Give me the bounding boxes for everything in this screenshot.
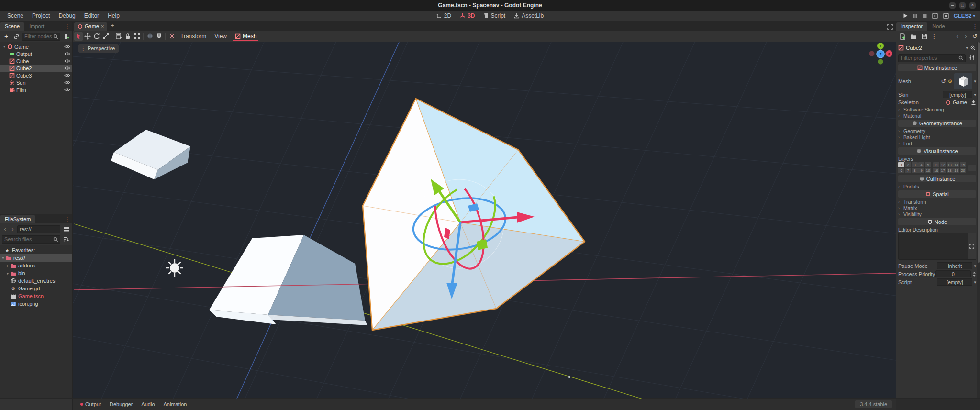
group-visibility[interactable]: › Visibility xyxy=(898,211,976,217)
skeleton-assign-icon[interactable] xyxy=(971,100,976,105)
output-panel-button[interactable]: Output xyxy=(77,400,105,408)
minimize-button[interactable]: – xyxy=(949,2,956,9)
3d-viewport[interactable]: Y X Z ⋮ Perspective xyxy=(73,42,896,398)
distraction-free-button[interactable] xyxy=(884,24,896,31)
fs-row-file[interactable]: default_env.tres xyxy=(0,277,72,285)
pause-mode-dropdown[interactable]: Inherit xyxy=(937,262,972,269)
layer-cell[interactable]: 3 xyxy=(912,162,918,167)
section-header-geometryinstance[interactable]: GeometryInstance xyxy=(898,120,976,127)
editor-description-textarea[interactable] xyxy=(899,233,976,259)
open-docs-icon[interactable] xyxy=(970,45,976,51)
group-transform[interactable]: › Transform xyxy=(898,199,976,205)
history-forward-button[interactable]: › xyxy=(963,32,969,41)
axis-ball-neg-x[interactable] xyxy=(869,51,875,56)
nav-forward-button[interactable]: › xyxy=(10,225,16,233)
close-tab-icon[interactable]: × xyxy=(101,23,104,29)
audio-panel-button[interactable]: Audio xyxy=(137,400,158,408)
axis-nav-gizmo[interactable]: Y X Z xyxy=(869,43,893,65)
group-portals[interactable]: › Portals xyxy=(898,183,976,189)
visibility-eye-icon[interactable] xyxy=(64,52,70,56)
layer-cell[interactable]: 11 xyxy=(933,162,939,167)
pause-mode-caret-icon[interactable]: ▾ xyxy=(974,264,976,268)
layer-cell[interactable]: 16 xyxy=(933,168,939,173)
tree-row[interactable]: Output xyxy=(0,50,72,57)
revert-icon[interactable]: ↺ xyxy=(941,78,946,85)
tab-inspector[interactable]: Inspector xyxy=(896,22,927,31)
layer-cell[interactable]: 5 xyxy=(925,162,931,167)
list-select-tool-button[interactable] xyxy=(114,32,123,41)
cube-medium[interactable] xyxy=(209,235,368,325)
search-files-input[interactable] xyxy=(2,235,60,244)
close-button[interactable]: × xyxy=(969,2,976,9)
tab-scene[interactable]: Scene xyxy=(0,22,24,31)
select-tool-button[interactable] xyxy=(74,32,83,41)
group-baked-light[interactable]: › Baked Light xyxy=(898,134,976,140)
layer-cell[interactable]: 12 xyxy=(940,162,946,167)
debugger-panel-button[interactable]: Debugger xyxy=(106,400,136,408)
history-icon[interactable]: ↺ xyxy=(971,32,978,41)
add-node-button[interactable]: + xyxy=(2,32,11,41)
fs-row-file[interactable]: ⚙ Game.gd xyxy=(0,285,72,292)
filter-properties-input[interactable] xyxy=(898,54,966,62)
skin-value-dropdown[interactable]: [empty] xyxy=(943,91,972,98)
scale-tool-button[interactable] xyxy=(101,32,110,41)
renderer-selector[interactable]: GLES2 ▾ xyxy=(954,13,975,19)
tree-row[interactable]: Sun xyxy=(0,79,72,86)
axis-ball-neg-y[interactable] xyxy=(878,59,883,65)
spinner-updown-icon[interactable] xyxy=(972,271,976,277)
layer-cell[interactable]: 4 xyxy=(918,162,924,167)
fs-row-folder[interactable]: ▸ bin xyxy=(0,269,72,277)
play-custom-scene-button[interactable] xyxy=(943,13,949,19)
favorites-row[interactable]: ★ Favorites: xyxy=(0,246,72,254)
attach-script-button[interactable] xyxy=(62,32,70,41)
expand-icon[interactable]: ▸ xyxy=(6,271,10,276)
layer-cell[interactable]: 7 xyxy=(905,168,911,173)
cube-selected[interactable] xyxy=(363,99,585,330)
workspace-2d-button[interactable]: 2D xyxy=(433,11,455,20)
scene-dock-menu-icon[interactable]: ⋮ xyxy=(62,23,72,31)
tab-filesystem[interactable]: FileSystem xyxy=(0,215,35,223)
layer-cell[interactable]: 9 xyxy=(918,168,924,173)
process-priority-spinbox[interactable]: 0 xyxy=(935,270,971,277)
layer-cell[interactable]: 10 xyxy=(925,168,931,173)
collapse-icon[interactable]: ▾ xyxy=(2,44,7,49)
group-matrix[interactable]: › Matrix xyxy=(898,205,976,211)
layer-cell[interactable]: 15 xyxy=(960,162,966,167)
new-resource-button[interactable] xyxy=(898,32,907,41)
group-lod[interactable]: › Lod xyxy=(898,140,976,146)
transform-menu[interactable]: Transform xyxy=(177,32,210,41)
visibility-eye-icon[interactable] xyxy=(64,44,70,49)
menu-debug[interactable]: Debug xyxy=(54,11,79,21)
collapse-icon[interactable]: ▾ xyxy=(1,256,5,260)
mesh-tools-icon[interactable]: ⚙ xyxy=(948,78,953,85)
animation-panel-button[interactable]: Animation xyxy=(160,400,191,408)
expand-icon[interactable]: ▸ xyxy=(6,264,10,268)
fs-row-folder[interactable]: ▸ addons xyxy=(0,262,72,269)
layer-cell[interactable]: 13 xyxy=(947,162,953,167)
layers-more-button[interactable]: ... xyxy=(968,165,976,171)
view-menu[interactable]: View xyxy=(211,32,231,41)
menu-project[interactable]: Project xyxy=(28,11,54,21)
split-view-button[interactable] xyxy=(62,225,70,233)
section-header-cullinstance[interactable]: CullInstance xyxy=(898,175,976,182)
group-software-skinning[interactable]: › Software Skinning xyxy=(898,106,976,112)
new-scene-tab-button[interactable]: + xyxy=(107,22,117,31)
script-dropdown[interactable]: [empty] xyxy=(937,278,972,286)
filesystem-menu-icon[interactable]: ⋮ xyxy=(62,216,72,223)
inspector-dock-menu-icon[interactable]: ⋮ xyxy=(970,23,980,31)
stop-button[interactable] xyxy=(922,13,927,19)
nav-back-button[interactable]: ‹ xyxy=(2,225,8,233)
tree-row-selected[interactable]: Cube2 xyxy=(0,65,72,72)
layer-cell[interactable]: 6 xyxy=(898,168,904,173)
menu-help[interactable]: Help xyxy=(103,11,124,21)
script-caret-icon[interactable]: ▾ xyxy=(974,280,976,285)
group-button[interactable] xyxy=(133,32,141,41)
layer-cell[interactable]: 8 xyxy=(912,168,918,173)
save-resource-button[interactable] xyxy=(920,32,929,41)
group-material[interactable]: › Material xyxy=(898,112,976,119)
section-header-meshinstance[interactable]: MeshInstance xyxy=(898,64,976,71)
scene-tab-game[interactable]: Game × xyxy=(74,22,107,31)
path-field[interactable] xyxy=(17,225,60,233)
fs-row-file[interactable]: icon.png xyxy=(0,300,72,308)
menu-editor[interactable]: Editor xyxy=(80,11,103,21)
